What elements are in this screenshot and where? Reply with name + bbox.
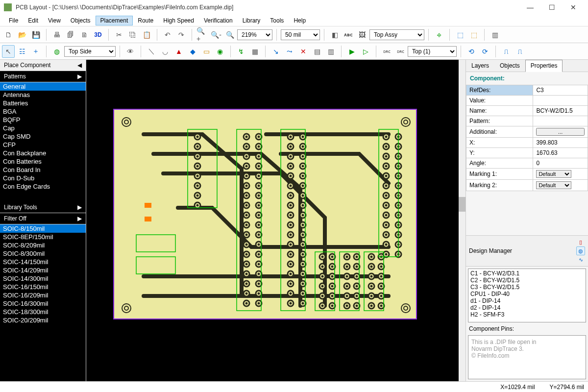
component-item[interactable]: SOIC-8/209mil (0, 241, 86, 249)
patterns-header[interactable]: Patterns▶ (0, 71, 86, 82)
expand-icon[interactable]: ▶ (77, 215, 82, 222)
prop-dropdown[interactable]: Default (536, 181, 571, 189)
category-item[interactable]: BGA (0, 107, 86, 116)
component-item[interactable]: SOIC-16/209mil (0, 291, 86, 299)
prop-value[interactable]: Default (533, 169, 588, 180)
zoom-fit-icon[interactable]: 🔍 (223, 28, 236, 41)
pcb-board[interactable] (113, 109, 417, 319)
new-file-icon[interactable]: 🗋 (2, 28, 15, 41)
tool-a-icon[interactable]: ⎆ (433, 28, 445, 41)
shape2-icon[interactable]: ◆ (186, 45, 199, 58)
preview-icon[interactable]: 🗐 (64, 28, 77, 41)
drc2-icon[interactable]: ᴅʀᴄ (394, 45, 407, 58)
cut-icon[interactable]: ✂ (113, 28, 125, 41)
text-icon[interactable]: ᴀʙᴄ (342, 28, 355, 41)
prop-value[interactable] (533, 116, 588, 126)
category-list[interactable]: GeneralAntennasBatteriesBGABQFPCapCap SM… (0, 82, 86, 202)
category-item[interactable]: Con D-Sub (0, 174, 86, 182)
category-item[interactable]: Con Board In (0, 166, 86, 174)
dm-icon-2[interactable]: ◍ (576, 246, 585, 255)
zoom-out-icon[interactable]: 🔍- (210, 28, 222, 41)
copy-icon[interactable]: ⿻ (126, 28, 139, 41)
minimize-button[interactable]: — (519, 0, 541, 14)
place-component-header[interactable]: Place Component◀ (0, 60, 86, 71)
pad-icon[interactable]: ▭ (200, 45, 213, 58)
category-item[interactable]: Con Backplane (0, 149, 86, 157)
dm-icon-1[interactable]: ▯ (576, 238, 585, 246)
category-item[interactable]: CFP (0, 141, 86, 149)
pointer-icon[interactable]: ↖ (2, 45, 15, 58)
prop-value[interactable]: 0 (533, 158, 588, 169)
wave2-icon[interactable]: ⎍ (514, 45, 526, 58)
prop-value[interactable] (533, 96, 588, 106)
layer-select[interactable]: Top (1) (408, 46, 457, 57)
vertical-scrollbar[interactable] (459, 60, 466, 381)
tool-c-icon[interactable]: ⬚ (467, 28, 480, 41)
component-item[interactable]: SOIC-8/300mil (0, 249, 86, 258)
menu-tools[interactable]: Tools (265, 16, 289, 25)
tool-e-icon[interactable]: ↘ (270, 45, 282, 58)
design-list[interactable]: C1 - BCY-W2/D3.1C2 - BCY-W2/D1.5C3 - BCY… (468, 269, 586, 322)
prop-value[interactable]: C3 (533, 85, 588, 96)
menu-library[interactable]: Library (238, 16, 266, 25)
menu-verification[interactable]: Verification (199, 16, 238, 25)
menu-objects[interactable]: Objects (66, 16, 96, 25)
prop-value[interactable]: Default (533, 180, 588, 191)
component-item[interactable]: SOIC-20/209mil (0, 316, 86, 324)
category-item[interactable]: Batteries (0, 99, 86, 107)
expand-icon[interactable]: ▶ (77, 204, 82, 211)
component-item[interactable]: SOIC-14/209mil (0, 266, 86, 274)
menu-edit[interactable]: Edit (23, 16, 43, 25)
scrollbar-thumb[interactable] (459, 197, 466, 212)
paste-icon[interactable]: 📋 (140, 28, 153, 41)
sync-icon[interactable]: ⟲ (465, 45, 478, 58)
category-item[interactable]: BQFP (0, 116, 86, 124)
canvas-area[interactable] (86, 60, 466, 381)
run-alt-icon[interactable]: ▷ (359, 45, 372, 58)
component-icon[interactable]: ◍ (50, 45, 63, 58)
zoom-select[interactable]: 219% (237, 29, 272, 40)
sync2-icon[interactable]: ⟳ (479, 45, 491, 58)
component-item[interactable]: SOIC-16/300mil (0, 299, 86, 308)
side-select[interactable]: Top Side (64, 46, 116, 57)
layer-icon[interactable]: ◧ (328, 28, 341, 41)
component-item[interactable]: SOIC-14/300mil (0, 274, 86, 283)
shape-icon[interactable]: ▲ (172, 45, 185, 58)
prop-value[interactable]: 399.803 (533, 138, 588, 148)
category-item[interactable]: Cap SMD (0, 132, 86, 141)
display-layer-select[interactable]: Top Assy (369, 29, 424, 40)
route-icon[interactable]: ↯ (235, 45, 247, 58)
menu-placement[interactable]: Placement (96, 16, 133, 25)
tab-layers[interactable]: Layers (466, 60, 494, 72)
wave-icon[interactable]: ⎍ (500, 45, 513, 58)
category-item[interactable]: Antennas (0, 91, 86, 99)
component-list[interactable]: SOIC-8/150milSOIC-8EP/150milSOIC-8/209mi… (0, 224, 86, 381)
print-icon[interactable]: 🖶 (50, 28, 63, 41)
design-item[interactable]: C2 - BCY-W2/D1.5 (469, 277, 585, 284)
tool-h-icon[interactable]: ▤ (311, 45, 323, 58)
tab-properties[interactable]: Properties (525, 60, 563, 72)
prop-value[interactable]: ... (533, 126, 588, 138)
tool-g-icon[interactable]: ✕ (297, 45, 310, 58)
undo-icon[interactable]: ↶ (161, 28, 174, 41)
menu-file[interactable]: File (4, 16, 23, 25)
component-item[interactable]: SOIC-16/150mil (0, 283, 86, 291)
arc-icon[interactable]: ◡ (159, 45, 172, 58)
prop-dropdown[interactable]: Default (536, 170, 571, 178)
grid-select[interactable]: 50 mil (281, 29, 320, 40)
filter-header[interactable]: Filter Off▶ (0, 213, 86, 224)
component-item[interactable]: SOIC-8/150mil (0, 224, 86, 233)
run-icon[interactable]: ▶ (345, 45, 358, 58)
measure-icon[interactable]: ☷ (16, 45, 28, 58)
prop-more-button[interactable]: ... (536, 128, 585, 136)
design-item[interactable]: C3 - BCY-W2/D1.5 (469, 284, 585, 291)
design-item[interactable]: C1 - BCY-W2/D3.1 (469, 270, 585, 277)
prop-value[interactable]: 1670.63 (533, 148, 588, 158)
collapse-left-icon[interactable]: ◀ (77, 62, 82, 69)
category-item[interactable]: General (0, 82, 86, 91)
maximize-button[interactable]: ☐ (541, 0, 563, 14)
component-item[interactable]: SOIC-8EP/150mil (0, 233, 86, 241)
zoom-in-icon[interactable]: 🔍+ (196, 28, 209, 41)
origin-icon[interactable]: ＋ (29, 45, 42, 58)
library-tools-header[interactable]: Library Tools▶ (0, 202, 86, 213)
